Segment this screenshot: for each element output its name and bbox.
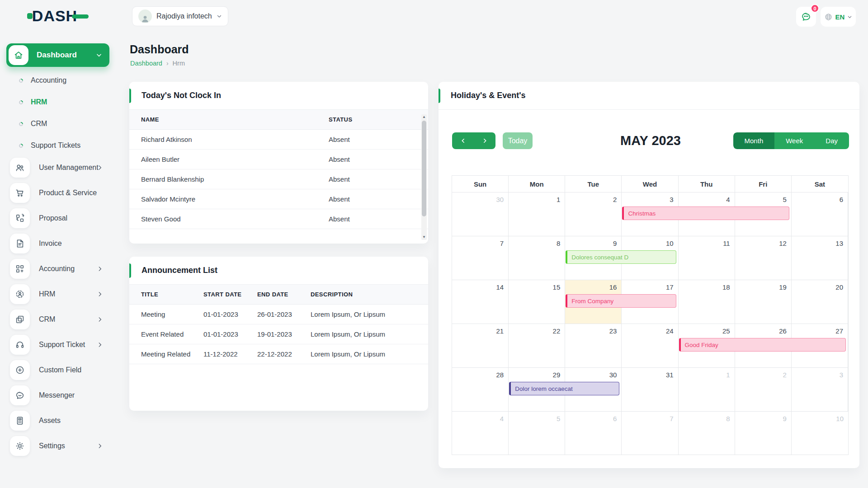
sidebar-subitem-accounting[interactable]: Accounting (0, 70, 116, 91)
calendar-day[interactable]: 12 (735, 236, 792, 280)
subitem-label: HRM (31, 98, 47, 106)
calendar-day[interactable]: 7 (622, 412, 678, 455)
column-header-title: TITLE (129, 291, 203, 298)
sidebar-item-label: User Management (39, 164, 99, 172)
calendar-day[interactable]: 20 (792, 280, 848, 324)
calendar-day[interactable]: 5 (509, 412, 565, 455)
calendar-day[interactable]: 10 (792, 412, 848, 455)
table-row: Event Related01-01-202319-01-2023Lorem I… (129, 324, 428, 344)
calendar-view-switcher: MonthWeekDay (733, 132, 849, 149)
chevron-right-icon (97, 316, 103, 323)
sidebar-item-messenger[interactable]: Messenger (0, 383, 116, 408)
calendar-day[interactable]: 1 (679, 368, 735, 411)
view-button-month[interactable]: Month (733, 132, 775, 149)
calendar-day[interactable]: 21 (452, 324, 509, 367)
proposal-icon (10, 208, 30, 228)
sidebar-item-settings[interactable]: Settings (0, 433, 116, 459)
calendar-day[interactable]: 11 (679, 236, 735, 280)
calendar-day[interactable]: 6 (792, 192, 848, 236)
calendar-day[interactable]: 9 (735, 412, 792, 455)
sidebar-item-proposal[interactable]: Proposal (0, 206, 116, 231)
view-button-day[interactable]: Day (814, 132, 849, 149)
breadcrumb-current: Hrm (173, 60, 185, 67)
calendar-event[interactable]: Christmas (622, 206, 789, 220)
sidebar-menu: User ManagementProduct & ServiceProposal… (0, 155, 116, 459)
calendar-day[interactable]: 14 (452, 280, 509, 324)
calendar-day[interactable]: 22 (509, 324, 565, 367)
sidebar-item-product-service[interactable]: Product & Service (0, 180, 116, 206)
scroll-up-arrow-icon[interactable]: ▲ (421, 114, 427, 120)
language-selector[interactable]: EN (821, 7, 856, 27)
calendar-day[interactable]: 4 (452, 412, 509, 455)
calendar-day[interactable]: 23 (565, 324, 622, 367)
sidebar-item-dashboard[interactable]: Dashboard (6, 43, 109, 67)
calendar-day[interactable]: 18 (679, 280, 735, 324)
company-selector[interactable]: Rajodiya infotech (132, 6, 228, 26)
sidebar-subitem-crm[interactable]: CRM (0, 113, 116, 135)
calendar-day[interactable]: 15 (509, 280, 565, 324)
chevron-right-icon (97, 266, 103, 272)
chevron-down-icon (847, 14, 852, 19)
language-code: EN (835, 13, 845, 21)
brand-logo[interactable]: DASH (0, 8, 116, 23)
card-header: Holiday's & Event's (439, 82, 859, 110)
sidebar-item-label: Support Ticket (39, 341, 85, 349)
not-clock-in-card: Today's Not Clock In NAME STATUS Richard… (129, 82, 428, 244)
announcement-start-date: 01-01-2023 (203, 310, 257, 318)
calendar-event[interactable]: Dolor lorem occaecat (509, 382, 619, 395)
calendar-day[interactable]: 30 (452, 192, 509, 236)
calendar-day[interactable]: 31 (622, 368, 678, 411)
scroll-down-arrow-icon[interactable]: ▼ (421, 235, 427, 240)
table-row: Richard AtkinsonAbsent (129, 130, 428, 150)
breadcrumb-dashboard-link[interactable]: Dashboard (130, 60, 162, 67)
home-icon (9, 45, 28, 65)
calendar-grid: SunMonTueWedThuFriSat 30123456Christmas7… (452, 175, 849, 455)
cart-icon (10, 183, 30, 203)
calendar-event[interactable]: Good Friday (679, 338, 846, 352)
calendar-week-row: 14151617181920From Company (452, 280, 849, 324)
calendar-day[interactable]: 24 (622, 324, 678, 367)
sidebar-item-hrm[interactable]: HRM (0, 282, 116, 307)
weekday-label: Sat (792, 176, 848, 192)
sidebar-item-invoice[interactable]: Invoice (0, 231, 116, 256)
calendar-event[interactable]: Dolores consequat D (566, 250, 676, 264)
view-button-week[interactable]: Week (774, 132, 814, 149)
table-scrollbar[interactable]: ▲ ▼ (421, 114, 427, 240)
calendar-day[interactable]: 13 (792, 236, 848, 280)
calendar-day[interactable]: 2 (565, 192, 622, 236)
sidebar-subitem-hrm[interactable]: HRM (0, 91, 116, 113)
calendar-day[interactable]: 2 (735, 368, 792, 411)
gear-icon (10, 436, 30, 456)
announcement-title: Meeting (129, 310, 203, 318)
sidebar-item-crm[interactable]: CRM (0, 307, 116, 332)
calendar-weeks: 30123456Christmas78910111213Dolores cons… (452, 192, 849, 455)
sidebar-item-assets[interactable]: Assets (0, 408, 116, 433)
calendar-day[interactable]: 6 (565, 412, 622, 455)
calendar-day[interactable]: 19 (735, 280, 792, 324)
sidebar-subitem-support-tickets[interactable]: Support Tickets (0, 135, 116, 156)
chevron-right-icon (97, 443, 103, 449)
sidebar-item-accounting[interactable]: Accounting (0, 256, 116, 282)
calendar-day[interactable]: 8 (509, 236, 565, 280)
scrollbar-thumb[interactable] (422, 121, 426, 216)
calendar-day[interactable]: 1 (509, 192, 565, 236)
calendar-day[interactable]: 8 (679, 412, 735, 455)
subitem-label: CRM (31, 120, 47, 128)
sidebar-item-support-ticket[interactable]: Support Ticket (0, 332, 116, 357)
calendar-day[interactable]: 28 (452, 368, 509, 411)
announcement-start-date: 01-01-2023 (203, 330, 257, 338)
sidebar-item-custom-field[interactable]: Custom Field (0, 357, 116, 383)
sidebar-item-user-management[interactable]: User Management (0, 155, 116, 180)
chevron-right-icon (97, 164, 103, 171)
table-row: Meeting01-01-202326-01-2023Lorem Ipsum, … (129, 305, 428, 324)
messages-button[interactable]: 0 (796, 7, 816, 27)
table-row: Aileen ButlerAbsent (129, 150, 428, 169)
column-header-description: DESCRIPTION (311, 291, 428, 298)
calendar-day[interactable]: 7 (452, 236, 509, 280)
calendar-day[interactable]: 3 (792, 368, 848, 411)
sidebar-item-label: CRM (39, 315, 55, 324)
calendar-event[interactable]: From Company (566, 294, 676, 308)
bullet-ring-icon (18, 143, 24, 149)
card-header: Today's Not Clock In (129, 82, 428, 110)
employee-name: Richard Atkinson (129, 136, 329, 143)
